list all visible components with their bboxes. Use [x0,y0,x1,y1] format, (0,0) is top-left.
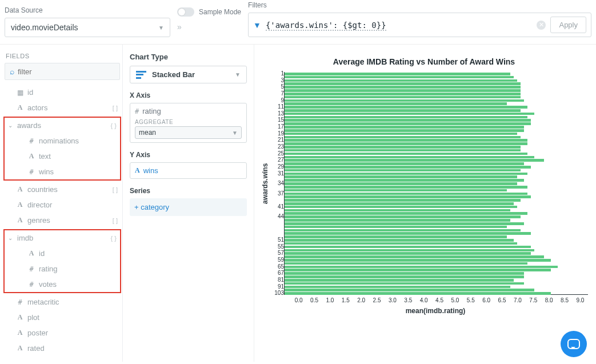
apply-button[interactable]: Apply [550,17,586,33]
chart-bar [285,133,517,135]
chart-bar [285,156,534,159]
chart-bar [285,142,527,145]
chart-bar [285,266,558,269]
chart-bar [285,239,514,242]
yaxis-dropzone[interactable]: Awins [130,162,247,179]
chart-bar [285,212,527,215]
field-actors[interactable]: Aactors[ ] [5,100,120,115]
chart-bar [285,209,510,212]
fields-header: FIELDS [6,53,120,59]
field-awards-nominations[interactable]: #nominations [16,133,119,149]
chart-bar [285,136,521,139]
field-imdb[interactable]: ⌄imdb{ } [6,230,119,246]
funnel-icon: ▼ [253,21,261,30]
chat-bubble-icon [567,339,580,349]
chart-ytick: 37 [278,190,284,197]
chart-type-select[interactable]: Stacked Bar ▼ [130,66,247,83]
help-chat-button[interactable] [561,331,587,357]
field-imdb-rating[interactable]: #rating [16,261,119,277]
field-awards-wins[interactable]: #wins [16,164,119,179]
aggregate-select[interactable]: mean▼ [135,126,242,139]
chart-bar [285,232,531,235]
chart-bar [285,289,534,291]
chart-ytick: 67 [278,270,284,276]
chart-xtick: 1.5 [338,297,353,303]
clear-filter-icon[interactable]: ✕ [537,21,546,30]
chart-ytick: 31 [278,170,284,177]
chart-bar [285,122,531,125]
chart-bar [285,246,531,249]
field-genres[interactable]: Agenres[ ] [5,213,120,228]
chart-bar [285,159,544,162]
chart-bar [285,249,534,252]
chart-bar [285,166,531,169]
field-poster[interactable]: Aposter [5,325,120,341]
chart-bar [285,219,510,222]
chart-bar [285,79,517,82]
chart-bar [285,139,527,142]
sample-mode-toggle[interactable] [177,7,194,17]
field-director[interactable]: Adirector [5,197,120,213]
chart-bar [285,162,524,165]
datasource-select[interactable]: video.movieDetails ▼ [5,18,170,37]
chart-bar [285,279,514,282]
chart-bar [285,259,551,262]
field-rated[interactable]: Arated [5,341,120,356]
chart-bar [285,76,514,79]
chart-bar [285,102,507,105]
chart-bar [285,99,524,102]
chart-bar [285,126,524,129]
chart-bar [285,89,521,92]
chart-bar [285,149,521,152]
field-metacritic[interactable]: #metacritic [5,294,120,310]
field-awards[interactable]: ⌄awards{ } [6,118,119,133]
series-label: Series [130,187,247,195]
chart-bar [285,206,517,209]
chart-ytick: 29 [278,163,284,170]
chevron-down-icon: ▼ [235,71,241,78]
field-imdb-votes[interactable]: #votes [16,277,119,292]
chart-ytick: 103 [274,290,284,296]
chart-bar [285,109,521,112]
chart-bar [285,113,534,115]
chart-xtick: 7.0 [510,297,525,303]
chart-bar [285,269,551,271]
chart-xtick: 4.5 [431,297,447,303]
chart-bar [285,272,524,275]
chart-bar [285,182,517,185]
chart-ytick: 17 [278,123,284,130]
fields-filter-input[interactable] [18,67,115,76]
field-imdb-id[interactable]: Aid [16,246,119,261]
chart-bar [285,195,531,198]
xaxis-dropzone[interactable]: #rating AGGREGATE mean▼ [130,103,247,143]
chart-ytick: 91 [278,283,284,290]
chart-bar [285,93,521,95]
field-awards-text[interactable]: Atext [16,149,119,164]
chart-plot-area [284,72,588,295]
chart-xtick: 3.0 [385,297,400,303]
chart-xtick: 0.0 [291,297,306,303]
chart-ytick: 55 [278,243,284,250]
chart-xtick: 4.0 [416,297,431,303]
datasource-value: video.movieDetails [11,23,78,32]
chart-title: Average IMDB Rating vs Number of Award W… [260,57,588,66]
series-add-category[interactable]: + category [130,198,247,216]
chart-bar [285,153,527,155]
chevron-down-icon: ▼ [158,25,164,31]
field-id[interactable]: ▦id [5,85,120,100]
field-plot[interactable]: Aplot [5,310,120,325]
number-icon: # [135,107,139,115]
chart-bar [285,73,510,75]
chart-xtick: 9.0 [573,297,588,303]
field-countries[interactable]: Acountries[ ] [5,182,120,197]
chart-ytick: 41 [278,203,284,210]
fields-search[interactable]: ⌕ [5,63,120,80]
chart-xtick: 5.5 [463,297,478,303]
chart-bar [285,262,527,265]
chart-xlabel: mean(imdb.rating) [283,307,588,315]
chart-xtick: 3.5 [401,297,416,303]
chart-ytick: 44 [278,213,284,219]
chart-bar [285,86,521,89]
filter-query-input[interactable]: {'awards.wins': {$gt: 0}} [266,21,533,30]
pipeline-arrow-icon: » [177,22,241,37]
